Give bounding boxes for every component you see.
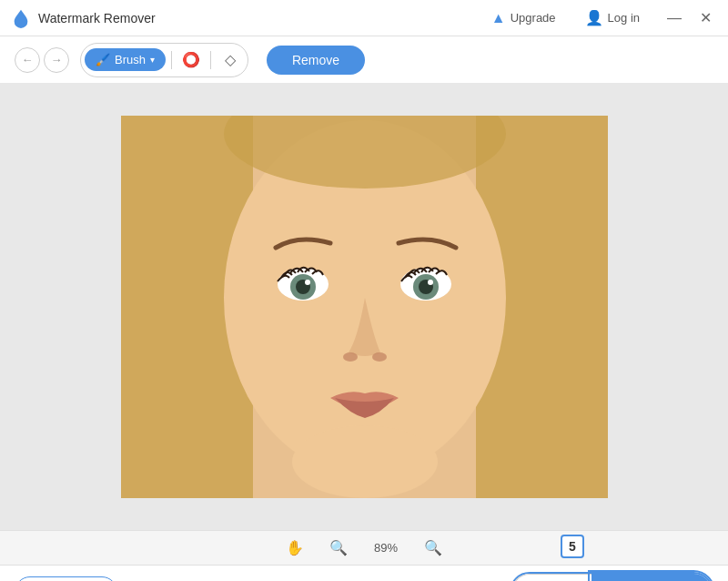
title-right: ▲ Upgrade 👤 Log in — ✕ bbox=[484, 5, 717, 30]
zoom-in-button[interactable]: 🔍 bbox=[419, 537, 448, 558]
image-container bbox=[121, 116, 608, 498]
eraser-button[interactable]: ◇ bbox=[217, 46, 244, 74]
upgrade-button[interactable]: ▲ Upgrade bbox=[484, 6, 563, 30]
bottom-bar: New Image Crop Download bbox=[0, 565, 728, 581]
undo-button[interactable]: ← bbox=[15, 47, 40, 73]
upgrade-icon: ▲ bbox=[491, 10, 506, 26]
face-portrait bbox=[121, 116, 608, 498]
main-area bbox=[0, 84, 728, 530]
app-title: Watermark Remover bbox=[38, 11, 156, 25]
title-left: Watermark Remover bbox=[11, 8, 156, 28]
login-label: Log in bbox=[608, 11, 640, 25]
tool-divider bbox=[171, 51, 172, 69]
zoom-in-icon: 🔍 bbox=[424, 540, 442, 556]
redo-icon: → bbox=[51, 53, 63, 66]
svg-point-14 bbox=[372, 352, 387, 362]
window-controls: — ✕ bbox=[662, 7, 717, 28]
main-image[interactable] bbox=[121, 116, 608, 498]
app-logo-icon bbox=[11, 8, 31, 28]
login-button[interactable]: 👤 Log in bbox=[578, 5, 647, 30]
lasso-icon: ⭕ bbox=[182, 51, 200, 68]
zoom-out-button[interactable]: 🔍 bbox=[324, 537, 353, 558]
remove-button[interactable]: Remove bbox=[267, 46, 365, 75]
eraser-icon: ◇ bbox=[225, 51, 236, 68]
history-buttons: ← → bbox=[15, 47, 69, 73]
toolbar: ← → 🖌️ Brush ▾ ⭕ ◇ Remove bbox=[0, 36, 728, 84]
title-bar: Watermark Remover ▲ Upgrade 👤 Log in — ✕ bbox=[0, 0, 728, 36]
step-badge: 5 bbox=[561, 535, 584, 558]
pan-button[interactable]: ✋ bbox=[280, 537, 309, 558]
download-button[interactable]: Download bbox=[592, 574, 712, 582]
pan-icon: ✋ bbox=[286, 540, 304, 556]
undo-icon: ← bbox=[22, 53, 34, 66]
svg-point-12 bbox=[428, 280, 433, 285]
chevron-down-icon: ▾ bbox=[150, 55, 155, 65]
lasso-button[interactable]: ⭕ bbox=[177, 46, 205, 74]
brush-label: Brush bbox=[115, 53, 146, 66]
tool-group: 🖌️ Brush ▾ ⭕ ◇ bbox=[80, 43, 248, 77]
login-icon: 👤 bbox=[585, 9, 603, 26]
status-bar: ✋ 🔍 89% 🔍 5 bbox=[0, 530, 728, 565]
crop-button[interactable]: Crop bbox=[511, 574, 591, 582]
svg-point-13 bbox=[343, 352, 358, 362]
step-number: 5 bbox=[569, 539, 576, 554]
new-image-button[interactable]: New Image bbox=[15, 576, 117, 582]
svg-point-8 bbox=[305, 280, 310, 285]
close-button[interactable]: ✕ bbox=[694, 7, 717, 28]
minimize-button[interactable]: — bbox=[662, 8, 687, 28]
tool-divider-2 bbox=[210, 51, 211, 69]
zoom-level: 89% bbox=[368, 541, 404, 555]
brush-button[interactable]: 🖌️ Brush ▾ bbox=[85, 48, 166, 71]
download-group: Crop Download bbox=[510, 572, 713, 582]
remove-label: Remove bbox=[292, 53, 339, 67]
redo-button[interactable]: → bbox=[44, 47, 69, 73]
zoom-out-icon: 🔍 bbox=[329, 540, 348, 556]
brush-icon: 🖌️ bbox=[96, 53, 110, 66]
svg-point-15 bbox=[292, 425, 438, 498]
upgrade-label: Upgrade bbox=[511, 11, 556, 25]
